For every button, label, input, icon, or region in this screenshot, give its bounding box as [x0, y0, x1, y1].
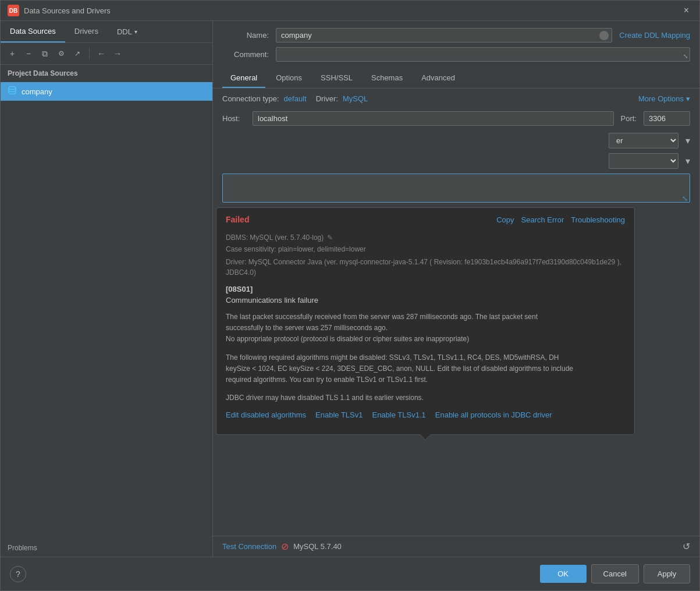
back-button[interactable]: ← — [94, 47, 108, 61]
tab-datasources[interactable]: Data Sources — [1, 21, 65, 43]
search-error-link[interactable]: Search Error — [521, 215, 564, 224]
toolbar-separator — [89, 48, 90, 59]
enable-all-protocols-link[interactable]: Enable all protocols in JDBC driver — [435, 410, 552, 419]
popup-arrow-inner — [420, 434, 431, 440]
expand-icon[interactable]: ⤡ — [683, 53, 688, 59]
left-panel: Data Sources Drivers DDL ▾ + − ⧉ ⚙ ↗ ← →… — [1, 21, 213, 557]
connection-info: Connection type: default Driver: MySQL M… — [213, 89, 699, 109]
tab-schemas[interactable]: Schemas — [363, 69, 411, 88]
error-desc-2: The following required algorithms might … — [226, 352, 625, 386]
conn-driver-value[interactable]: MySQL — [343, 94, 368, 103]
detail-tab-bar: General Options SSH/SSL Schemas Advanced — [213, 69, 699, 89]
edit-disabled-algorithms-link[interactable]: Edit disabled algorithms — [226, 410, 306, 419]
help-button[interactable]: ? — [10, 566, 26, 582]
name-clear-button[interactable] — [599, 31, 609, 40]
tab-advanced[interactable]: Advanced — [413, 69, 463, 88]
form-section: Name: Create DDL Mapping Comment: ⤡ — [213, 21, 699, 69]
apply-button[interactable]: Apply — [644, 564, 690, 583]
host-input[interactable] — [253, 111, 614, 126]
more-options-link[interactable]: More Options ▾ — [638, 94, 690, 103]
edit-icon[interactable]: ✎ — [327, 233, 333, 242]
tab-general[interactable]: General — [222, 69, 265, 88]
ok-button[interactable]: OK — [540, 565, 587, 583]
create-ddl-link[interactable]: Create DDL Mapping — [619, 31, 690, 40]
copy-link[interactable]: Copy — [496, 215, 514, 224]
tab-drivers[interactable]: Drivers — [65, 21, 108, 43]
conn-type-label: Connection type: — [222, 94, 279, 103]
left-toolbar: + − ⧉ ⚙ ↗ ← → — [1, 43, 212, 65]
error-desc-3: JDBC driver may have disabled TLS 1.1 an… — [226, 392, 625, 404]
chevron-down-icon: ▾ — [685, 135, 690, 146]
wrench-button[interactable]: ⚙ — [54, 47, 68, 61]
problems-label: Problems — [1, 539, 212, 557]
name-input-wrap — [276, 28, 612, 43]
error-body: DBMS: MySQL (ver. 5.7.40-log) ✎ Case sen… — [216, 229, 634, 429]
tab-options[interactable]: Options — [268, 69, 310, 88]
datasource-name: company — [22, 87, 52, 96]
copy-button[interactable]: ⧉ — [38, 47, 52, 61]
dropdown-row-2: ▾ — [222, 153, 690, 169]
error-desc-1: The last packet successfully received fr… — [226, 312, 625, 345]
url-row: ⤡ — [222, 174, 690, 205]
enable-tlsv1-link[interactable]: Enable TLSv1 — [315, 410, 363, 419]
project-datasources-label: Project Data Sources — [1, 65, 212, 82]
error-actions: Copy Search Error Troubleshooting — [496, 215, 625, 224]
case-sensitivity: Case sensitivity: plain=lower, delimited… — [226, 244, 625, 254]
close-button[interactable]: × — [680, 4, 692, 17]
datasource-company[interactable]: company — [1, 82, 212, 101]
dialog: DB Data Sources and Drivers × Data Sourc… — [0, 0, 700, 591]
name-label: Name: — [222, 31, 269, 40]
tab-sshssl[interactable]: SSH/SSL — [312, 69, 361, 88]
svg-point-0 — [9, 87, 16, 90]
test-status-text: MySQL 5.7.40 — [293, 542, 342, 551]
test-connection-bar: Test Connection ⊘ MySQL 5.7.40 ↺ — [213, 536, 699, 557]
chevron-down-icon: ▾ — [685, 155, 690, 167]
title-bar: DB Data Sources and Drivers × — [1, 1, 699, 21]
url-field[interactable] — [222, 174, 690, 203]
comment-row: Comment: ⤡ — [222, 47, 690, 62]
tab-ddl[interactable]: DDL ▾ — [108, 21, 147, 43]
forward-button[interactable]: → — [111, 47, 125, 61]
conn-driver-label: Driver: — [316, 94, 338, 103]
chevron-down-icon: ▾ — [134, 29, 137, 35]
comment-label: Comment: — [222, 50, 269, 59]
url-expand-icon[interactable]: ⤡ — [682, 194, 688, 203]
bottom-bar: ? OK Cancel Apply — [1, 557, 699, 590]
error-code: [08S01] — [226, 285, 625, 293]
refresh-button[interactable]: ↺ — [683, 541, 690, 552]
port-input[interactable] — [644, 111, 690, 126]
cancel-button[interactable]: Cancel — [591, 564, 639, 583]
test-status-error-icon: ⊘ — [281, 541, 289, 552]
error-title: Failed — [226, 215, 496, 224]
chevron-down-icon: ▾ — [686, 94, 690, 103]
driver-select-1[interactable]: er — [609, 133, 678, 148]
left-tab-bar: Data Sources Drivers DDL ▾ — [1, 21, 212, 43]
name-input[interactable] — [276, 28, 612, 43]
host-label: Host: — [222, 114, 246, 123]
comment-input[interactable] — [276, 47, 690, 62]
error-header: Failed Copy Search Error Troubleshooting — [216, 208, 634, 229]
dbms-line: DBMS: MySQL (ver. 5.7.40-log) ✎ — [226, 233, 625, 242]
error-links: Edit disabled algorithms Enable TLSv1 En… — [226, 410, 625, 419]
name-row: Name: Create DDL Mapping — [222, 28, 690, 43]
error-popup: Failed Copy Search Error Troubleshooting… — [216, 207, 635, 435]
export-button[interactable]: ↗ — [70, 47, 84, 61]
driver-line: Driver: MySQL Connector Java (ver. mysql… — [226, 257, 625, 278]
comment-input-wrap: ⤡ — [276, 47, 690, 62]
port-label: Port: — [621, 114, 637, 123]
enable-tlsv11-link[interactable]: Enable TLSv1.1 — [372, 410, 425, 419]
test-connection-link[interactable]: Test Connection — [222, 542, 276, 551]
error-comm-text: Communications link failure — [226, 296, 625, 305]
dbms-text: DBMS: MySQL (ver. 5.7.40-log) — [226, 233, 324, 242]
host-row: Host: Port: — [213, 109, 699, 128]
troubleshooting-link[interactable]: Troubleshooting — [571, 215, 625, 224]
add-button[interactable]: + — [5, 47, 19, 61]
dialog-title: Data Sources and Drivers — [24, 6, 676, 15]
app-icon: DB — [8, 5, 19, 16]
driver-select-2[interactable] — [609, 153, 678, 169]
dropdown-row-1: er ▾ — [222, 133, 690, 148]
database-icon — [8, 86, 17, 97]
conn-type-value[interactable]: default — [284, 94, 307, 103]
remove-button[interactable]: − — [22, 47, 35, 61]
main-content: Data Sources Drivers DDL ▾ + − ⧉ ⚙ ↗ ← →… — [1, 21, 699, 557]
